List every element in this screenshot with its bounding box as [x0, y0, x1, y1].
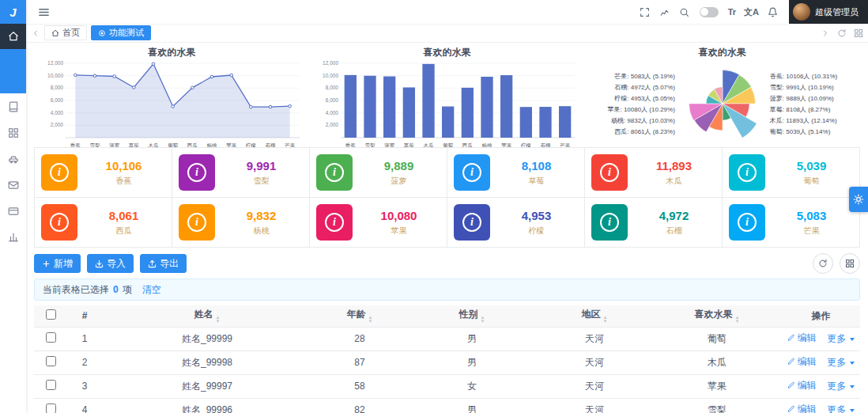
column-header-name: 姓名▲▼: [102, 305, 312, 327]
selection-unit: 项: [123, 283, 132, 297]
export-button[interactable]: 导出: [140, 254, 187, 273]
row-checkbox[interactable]: [46, 332, 56, 343]
bar-chart-icon: [8, 232, 19, 243]
edit-link[interactable]: 编辑: [787, 379, 817, 392]
import-button[interactable]: 导入: [87, 254, 134, 273]
cell-region: 天河: [537, 398, 652, 413]
sidebar-active-indicator[interactable]: [0, 49, 26, 93]
more-link[interactable]: 更多: [827, 404, 855, 413]
sidebar-item-docs[interactable]: [0, 93, 26, 119]
pie-chart-title: 喜欢的水果: [699, 46, 746, 59]
svg-text:柠檬: 柠檬: [521, 142, 532, 147]
edit-link[interactable]: 编辑: [787, 403, 817, 413]
app-logo[interactable]: J: [0, 0, 26, 24]
tabs-scroll-left-icon[interactable]: [31, 28, 40, 38]
table-row: 3 姓名_99997 58 女 天河 苹果 编辑 更多: [34, 374, 860, 398]
clear-selection-link[interactable]: 清空: [142, 283, 161, 297]
analytics-icon[interactable]: [655, 2, 674, 22]
stat-label: 芒果: [770, 225, 853, 237]
row-index: 4: [67, 398, 102, 413]
chevron-down-icon: [850, 338, 855, 341]
row-checkbox[interactable]: [46, 404, 56, 413]
pie-label: 木瓜: 11893人 (12.14%): [770, 116, 855, 125]
topbar: Tr 文A 超级管理员: [26, 0, 868, 24]
pie-label: 柠檬: 4953人 (5.05%): [590, 94, 675, 103]
search-icon[interactable]: [674, 2, 694, 22]
more-link[interactable]: 更多: [827, 356, 855, 369]
info-icon: i: [729, 154, 765, 191]
column-header-age: 年龄▲▼: [312, 305, 407, 327]
svg-text:雪梨: 雪梨: [90, 142, 101, 147]
refresh-table-button[interactable]: [813, 253, 833, 274]
svg-text:10,000: 10,000: [47, 73, 63, 78]
sidebar-item-cards[interactable]: [0, 198, 26, 224]
page-content: 喜欢的水果 2,0004,0006,0008,00010,00012,000香蕉…: [26, 43, 868, 413]
sidebar-item-charts[interactable]: [0, 224, 26, 250]
stat-card-strawberry: i 8,108草莓: [447, 148, 585, 198]
bar-chart-panel: 喜欢的水果 2,0004,0006,0008,00010,00012,000香蕉…: [309, 43, 584, 147]
svg-text:葡萄: 葡萄: [168, 142, 179, 147]
stat-value: 5,083: [770, 209, 853, 222]
refresh-icon[interactable]: [837, 28, 847, 38]
tab-function-test[interactable]: 功能测试: [91, 25, 151, 40]
car-icon: [8, 153, 19, 165]
add-button[interactable]: 新增: [34, 254, 81, 273]
sidebar-item-home[interactable]: [0, 24, 26, 49]
pie-label: 杨桃: 9832人 (10.03%): [590, 116, 675, 125]
cell-region: 天河: [537, 350, 652, 374]
layout-grid-icon[interactable]: [854, 28, 863, 38]
avatar: [793, 3, 810, 21]
translate-icon[interactable]: 文A: [740, 2, 763, 22]
pie-label: 雪梨: 9991人 (10.19%): [770, 83, 855, 92]
stat-cards-grid: i 10,106香蕉 i 9,991雪梨 i 9,889菠萝 i 8,108草莓…: [34, 147, 860, 248]
info-icon: i: [729, 204, 765, 241]
row-checkbox[interactable]: [46, 380, 56, 390]
font-size-icon[interactable]: Tr: [724, 2, 740, 22]
line-chart-canvas: 2,0004,0006,0008,00010,00012,000香蕉雪梨菠萝草莓…: [39, 59, 304, 147]
settings-button[interactable]: [849, 187, 868, 212]
tabs-scroll-right-icon[interactable]: [821, 28, 830, 38]
svg-text:苹果: 苹果: [501, 142, 513, 147]
username: 超级管理员: [815, 6, 859, 18]
sidebar-item-mail[interactable]: [0, 172, 26, 198]
column-header-actions: 操作: [782, 305, 860, 327]
sidebar-item-vehicle[interactable]: [0, 146, 26, 172]
row-index: 3: [67, 374, 102, 398]
stat-label: 葡萄: [770, 176, 853, 187]
bell-icon[interactable]: [763, 2, 783, 22]
table-header-row: # 姓名▲▼ 年龄▲▼ 性别▲▼ 地区▲▼ 喜欢水果▲▼ 操作: [34, 305, 860, 327]
svg-text:石榴: 石榴: [266, 142, 276, 147]
info-icon: i: [41, 154, 77, 191]
sort-icon[interactable]: ▲▼: [603, 316, 608, 324]
stat-card-grape: i 5,039葡萄: [723, 148, 860, 198]
more-link[interactable]: 更多: [827, 332, 855, 346]
sidebar-item-apps[interactable]: [0, 119, 26, 146]
column-settings-button[interactable]: [840, 253, 860, 274]
stat-card-mango: i 5,083芒果: [723, 198, 860, 248]
sort-icon[interactable]: ▲▼: [735, 316, 740, 324]
user-chip[interactable]: 超级管理员: [789, 0, 868, 24]
sort-icon[interactable]: ▲▼: [481, 316, 485, 324]
logo-letter: J: [9, 6, 16, 19]
pencil-icon: [787, 405, 795, 413]
select-all-checkbox[interactable]: [46, 309, 56, 320]
sort-icon[interactable]: ▲▼: [216, 316, 221, 324]
edit-link[interactable]: 编辑: [787, 332, 817, 345]
tab-home[interactable]: 首页: [44, 25, 87, 40]
sort-icon[interactable]: ▲▼: [368, 316, 373, 324]
svg-text:石榴: 石榴: [541, 142, 551, 147]
stat-label: 草莓: [495, 176, 578, 187]
info-icon: i: [316, 154, 353, 191]
row-checkbox[interactable]: [46, 356, 56, 366]
stat-label: 香蕉: [82, 176, 165, 187]
svg-text:菠萝: 菠萝: [108, 142, 120, 147]
cell-gender: 男: [407, 327, 537, 350]
fullscreen-icon[interactable]: [635, 2, 655, 22]
row-index: 1: [67, 327, 102, 350]
svg-text:苹果: 苹果: [225, 142, 237, 147]
more-link[interactable]: 更多: [827, 380, 855, 393]
edit-link[interactable]: 编辑: [787, 355, 817, 369]
theme-switch[interactable]: [700, 7, 719, 17]
pie-label: 苹果: 10080人 (10.29%): [590, 105, 675, 114]
menu-toggle-icon[interactable]: [34, 2, 54, 22]
